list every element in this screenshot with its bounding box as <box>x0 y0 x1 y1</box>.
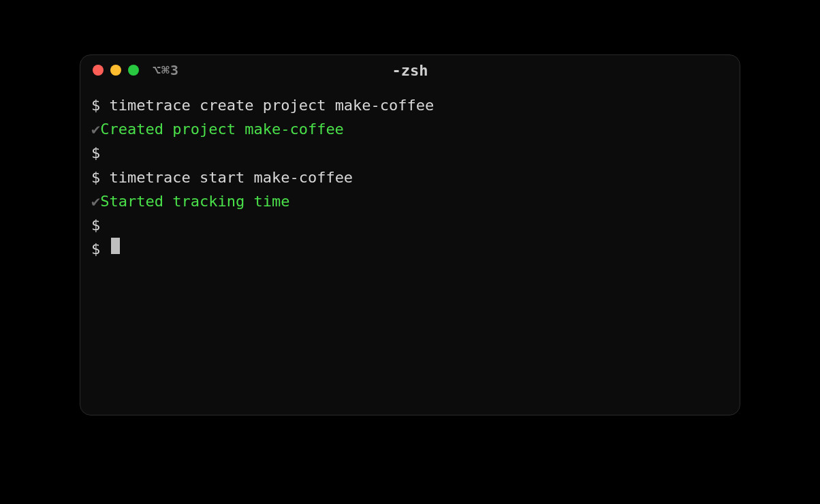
prompt: $ <box>91 141 110 165</box>
success-message: Created project make-coffee <box>100 117 344 141</box>
terminal-line: ✔Started tracking time <box>91 189 729 213</box>
success-message: Started tracking time <box>100 189 289 213</box>
cursor-icon <box>111 238 120 254</box>
terminal-line: $ timetrace create project make-coffee <box>91 93 729 117</box>
terminal-line: $ timetrace start make-coffee <box>91 166 729 189</box>
prompt: $ <box>91 166 110 189</box>
terminal-line: $ <box>91 237 729 261</box>
maximize-icon[interactable] <box>128 65 139 76</box>
terminal-line: ✔Created project make-coffee <box>91 117 729 141</box>
prompt: $ <box>91 237 110 261</box>
prompt: $ <box>91 213 110 237</box>
command-text: timetrace create project make-coffee <box>110 93 435 117</box>
terminal-body[interactable]: $ timetrace create project make-coffee ✔… <box>80 85 740 269</box>
checkmark-icon: ✔ <box>91 117 100 141</box>
terminal-line: $ <box>91 141 729 165</box>
titlebar: ⌥⌘3 -zsh <box>80 55 740 85</box>
command-text: timetrace start make-coffee <box>110 166 353 189</box>
window-title: -zsh <box>392 62 428 79</box>
minimize-icon[interactable] <box>110 65 121 76</box>
terminal-line: $ <box>91 213 729 237</box>
traffic-lights <box>93 65 139 76</box>
terminal-window: ⌥⌘3 -zsh $ timetrace create project make… <box>80 54 740 415</box>
prompt: $ <box>91 93 110 117</box>
checkmark-icon: ✔ <box>91 189 100 213</box>
tab-indicator: ⌥⌘3 <box>153 62 179 78</box>
close-icon[interactable] <box>93 65 104 76</box>
